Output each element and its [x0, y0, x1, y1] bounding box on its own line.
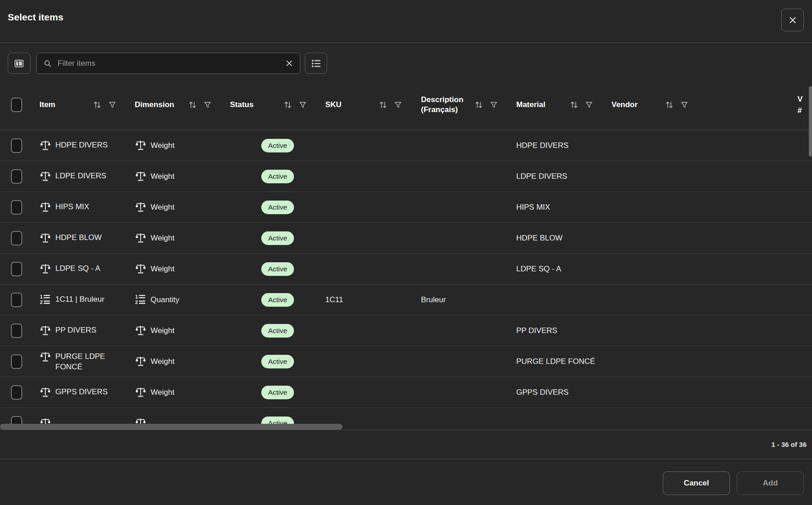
material-cell: LDPE DIVERS — [516, 172, 611, 181]
row-checkbox[interactable] — [11, 262, 22, 276]
list-view-button[interactable] — [305, 53, 327, 74]
horizontal-scrollbar-thumb[interactable] — [0, 424, 342, 430]
column-settings-button[interactable] — [8, 53, 30, 74]
status-cell: Active — [230, 324, 325, 338]
add-button[interactable]: Add — [737, 471, 804, 495]
sort-icon[interactable] — [474, 100, 484, 110]
row-checkbox[interactable] — [11, 200, 22, 215]
sort-icon[interactable] — [93, 100, 102, 110]
row-checkbox[interactable] — [11, 169, 22, 184]
filter-icon[interactable] — [394, 101, 402, 109]
filter-input[interactable] — [57, 59, 280, 69]
filter-search-box[interactable] — [36, 53, 300, 74]
pagination-range: 1 - 36 of 36 — [771, 430, 807, 458]
table-row[interactable]: HDPE BLOWWeightActiveHDPE BLOW — [0, 223, 812, 254]
column-header-dimension[interactable]: Dimension — [135, 80, 230, 130]
sort-icon[interactable] — [569, 100, 579, 110]
filter-icon[interactable] — [203, 101, 212, 109]
select-all-cell — [11, 80, 39, 130]
scale-icon — [135, 324, 147, 336]
material-cell: PURGE LDPE FONCÉ — [516, 357, 611, 366]
row-checkbox[interactable] — [11, 231, 22, 245]
dimension-value: Weight — [151, 172, 175, 181]
sort-icon[interactable] — [665, 100, 674, 110]
dimension-value: Weight — [151, 203, 175, 212]
dimension-cell: Weight — [135, 201, 230, 213]
search-icon — [43, 59, 52, 68]
item-name: LDPE DIVERS — [55, 171, 106, 181]
item-name: 1C11 | Bruleur — [55, 294, 104, 304]
filter-icon[interactable] — [298, 101, 307, 109]
filter-icon[interactable] — [585, 101, 593, 109]
table-row[interactable]: HIPS MIXWeightActiveHIPS MIX — [0, 192, 812, 223]
scale-icon — [135, 232, 147, 244]
select-items-dialog: Select items ItemDimensionStatusSKUDescr… — [0, 0, 812, 505]
table-body: HDPE DIVERSWeightActiveHDPE DIVERSLDPE D… — [0, 130, 812, 424]
dimension-value: Weight — [151, 357, 175, 366]
item-name: HDPE BLOW — [55, 232, 102, 243]
item-cell: LDPE DIVERS — [39, 166, 135, 186]
scale-icon — [39, 386, 51, 398]
scale-icon — [135, 201, 147, 213]
column-header-item[interactable]: Item — [39, 80, 135, 130]
status-cell: Active — [230, 355, 325, 368]
item-cell: 1C11 | Bruleur — [39, 289, 135, 310]
column-header-material[interactable]: Material — [516, 80, 611, 130]
dimension-cell: Weight — [135, 387, 230, 398]
status-cell: Active — [230, 386, 325, 399]
clear-search-icon[interactable] — [285, 59, 293, 68]
row-checkbox[interactable] — [11, 416, 22, 425]
sort-icon[interactable] — [283, 100, 293, 110]
table-row[interactable]: PURGE LDPE FONCÉWeightActivePURGE LDPE F… — [0, 346, 812, 377]
list-view-icon — [311, 58, 322, 69]
table-row[interactable]: GPPS DIVERSWeightActiveGPPS DIVERS — [0, 377, 812, 408]
status-badge: Active — [261, 417, 294, 425]
close-button[interactable] — [781, 9, 804, 31]
material-cell: PP DIVERS — [516, 326, 611, 335]
cancel-button[interactable]: Cancel — [663, 471, 730, 495]
row-checkbox[interactable] — [11, 293, 22, 307]
dimension-value: Weight — [151, 265, 175, 274]
material-cell: HDPE BLOW — [516, 234, 611, 243]
row-checkbox[interactable] — [11, 138, 22, 153]
item-cell: GPPS DIVERS — [39, 382, 135, 402]
table-row[interactable]: LDPE DIVERSWeightActiveLDPE DIVERS — [0, 161, 812, 192]
filter-icon[interactable] — [680, 101, 689, 109]
scale-icon — [135, 386, 147, 398]
material-cell: HIPS MIX — [516, 203, 611, 212]
dimension-value: Weight — [151, 326, 175, 335]
row-checkbox-cell — [11, 169, 39, 184]
status-badge: Active — [261, 262, 294, 276]
scale-icon — [39, 170, 51, 182]
table-row-partial[interactable]: Active — [0, 408, 812, 424]
column-label: Status — [230, 100, 254, 110]
column-header-vendor[interactable]: Vendor — [611, 80, 797, 130]
scale-icon — [135, 417, 147, 424]
status-badge: Active — [261, 170, 294, 183]
item-cell: HIPS MIX — [39, 197, 135, 217]
sort-icon[interactable] — [378, 100, 388, 110]
status-cell: Active — [230, 417, 325, 425]
column-header-description[interactable]: Description (Français) — [421, 80, 516, 130]
status-cell: Active — [230, 262, 325, 276]
row-checkbox-cell — [11, 262, 39, 276]
vertical-scrollbar-thumb[interactable] — [809, 86, 812, 157]
table-row[interactable]: PP DIVERSWeightActivePP DIVERS — [0, 315, 812, 346]
row-checkbox[interactable] — [11, 354, 22, 369]
row-checkbox[interactable] — [11, 385, 22, 400]
filter-icon[interactable] — [108, 101, 117, 109]
table-row[interactable]: 1C11 | BruleurQuantityActive1C11Bruleur — [0, 284, 812, 315]
column-label: SKU — [325, 100, 342, 110]
filter-icon[interactable] — [489, 101, 498, 109]
row-checkbox-cell — [11, 200, 39, 215]
table-row[interactable]: HDPE DIVERSWeightActiveHDPE DIVERS — [0, 130, 812, 161]
column-header-sku[interactable]: SKU — [325, 80, 421, 130]
table-row[interactable]: LDPE SQ - AWeightActiveLDPE SQ - A — [0, 254, 812, 284]
row-checkbox-cell — [11, 231, 39, 245]
status-badge: Active — [261, 324, 294, 338]
sort-icon[interactable] — [188, 100, 197, 110]
column-header-status[interactable]: Status — [230, 80, 325, 130]
select-all-checkbox[interactable] — [11, 98, 22, 112]
dimension-cell — [135, 417, 230, 424]
row-checkbox[interactable] — [11, 324, 22, 338]
